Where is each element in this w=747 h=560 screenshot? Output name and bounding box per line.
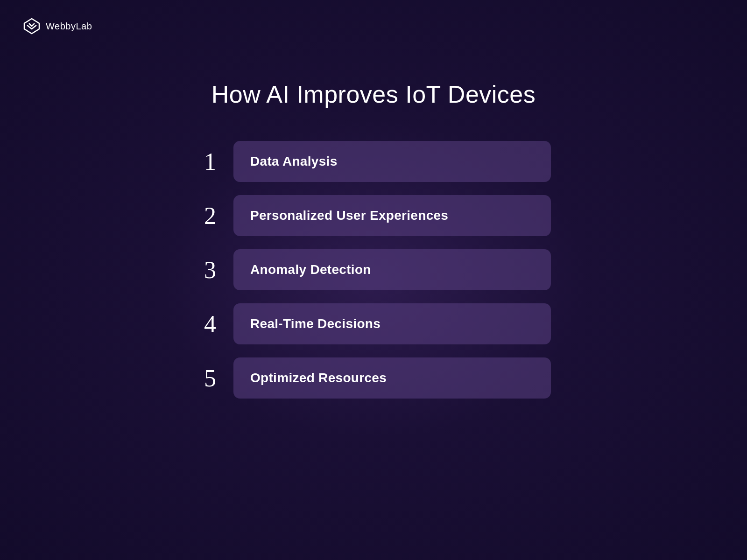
logo-icon: [22, 17, 41, 35]
list-item: 5Optimized Resources: [196, 357, 551, 399]
item-number-2: 2: [196, 202, 224, 230]
list-item: 2Personalized User Experiences: [196, 195, 551, 236]
logo-area: WebbyLab: [0, 0, 114, 52]
item-label-5: Optimized Resources: [233, 357, 551, 399]
item-number-1: 1: [196, 148, 224, 175]
list-item: 4Real-Time Decisions: [196, 303, 551, 344]
list-container: 1Data Analysis2Personalized User Experie…: [196, 141, 551, 399]
list-item: 1Data Analysis: [196, 141, 551, 182]
item-label-1: Data Analysis: [233, 141, 551, 182]
item-label-4: Real-Time Decisions: [233, 303, 551, 344]
item-label-2: Personalized User Experiences: [233, 195, 551, 236]
list-item: 3Anomaly Detection: [196, 249, 551, 290]
item-number-4: 4: [196, 310, 224, 338]
main-content: How AI Improves IoT Devices 1Data Analys…: [0, 52, 747, 399]
item-number-5: 5: [196, 364, 224, 392]
logo-text: WebbyLab: [46, 21, 92, 32]
item-number-3: 3: [196, 256, 224, 284]
page-title: How AI Improves IoT Devices: [211, 80, 536, 108]
item-label-3: Anomaly Detection: [233, 249, 551, 290]
